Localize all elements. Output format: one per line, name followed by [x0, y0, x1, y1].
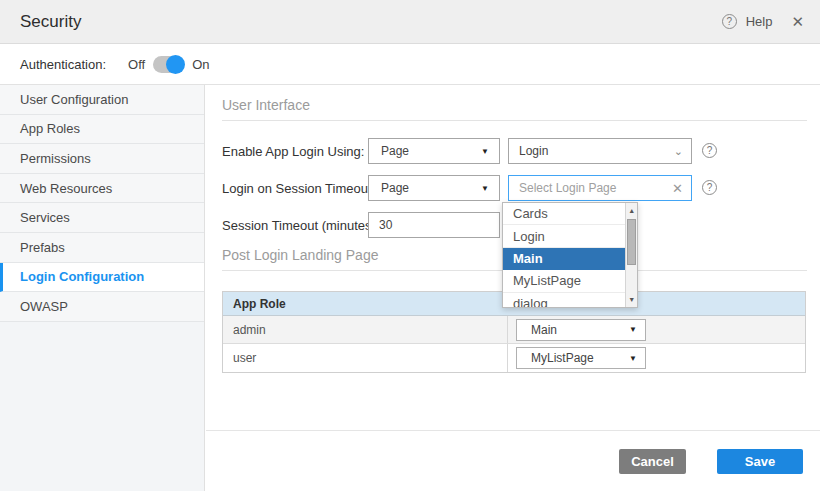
sidebar-item-app-roles[interactable]: App Roles — [0, 115, 204, 145]
toggle-off-label: Off — [128, 57, 145, 72]
help-icon[interactable]: ? — [702, 180, 717, 195]
session-timeout-input[interactable] — [368, 212, 500, 238]
login-page-dropdown: Cards Login Main MyListPage dialog ▲ ▼ — [502, 202, 638, 308]
sidebar-item-permissions[interactable]: Permissions — [0, 144, 204, 174]
dropdown-item-mylistpage[interactable]: MyListPage — [503, 270, 625, 292]
dropdown-item-dialog[interactable]: dialog — [503, 293, 625, 308]
session-timeout-label: Session Timeout (minutes): — [222, 218, 380, 233]
help-icon[interactable]: ? — [702, 143, 717, 158]
caret-down-icon: ▼ — [481, 184, 489, 193]
authentication-toggle[interactable] — [153, 56, 184, 73]
select-value: Main — [531, 323, 557, 337]
scroll-down-icon[interactable]: ▼ — [626, 293, 637, 306]
chevron-down-icon: ⌄ — [674, 145, 683, 158]
sidebar: User Configuration App Roles Permissions… — [0, 85, 205, 491]
section-post-login: Post Login Landing Page — [222, 247, 378, 263]
scrollbar-thumb[interactable] — [627, 219, 636, 265]
enable-app-login-type-select[interactable]: Page ▼ — [368, 138, 500, 164]
app-role-header: App Role — [223, 297, 508, 311]
login-on-timeout-type-select[interactable]: Page ▼ — [368, 175, 500, 201]
page-title: Security — [20, 12, 81, 32]
sidebar-item-prefabs[interactable]: Prefabs — [0, 233, 204, 263]
caret-down-icon: ▼ — [629, 354, 637, 363]
combo-value: Login — [519, 144, 548, 158]
footer-divider — [206, 430, 820, 431]
role-cell: user — [223, 344, 508, 372]
authentication-label: Authentication: — [20, 57, 106, 72]
table-row: user MyListPage ▼ — [223, 344, 805, 372]
titlebar: Security ? Help ✕ — [0, 0, 820, 44]
dropdown-item-main[interactable]: Main — [503, 248, 625, 270]
clear-icon[interactable]: ✕ — [672, 181, 683, 196]
login-page-combo[interactable]: Select Login Page ✕ — [508, 175, 692, 201]
cancel-button[interactable]: Cancel — [619, 449, 686, 474]
close-icon[interactable]: ✕ — [791, 13, 804, 31]
landing-page-select-admin[interactable]: Main ▼ — [516, 319, 646, 341]
dropdown-scrollbar[interactable]: ▲ ▼ — [625, 203, 637, 307]
sidebar-item-login-configuration[interactable]: Login Configuration — [0, 263, 204, 293]
dropdown-item-cards[interactable]: Cards — [503, 203, 625, 225]
scroll-up-icon[interactable]: ▲ — [626, 204, 637, 217]
toggle-on-label: On — [192, 57, 209, 72]
enable-app-login-label: Enable App Login Using: — [222, 144, 364, 159]
enable-app-login-page-combo[interactable]: Login ⌄ — [508, 138, 692, 164]
help-icon[interactable]: ? — [722, 14, 737, 29]
dropdown-item-login[interactable]: Login — [503, 225, 625, 247]
save-button[interactable]: Save — [717, 449, 803, 474]
divider — [222, 120, 807, 121]
sidebar-item-web-resources[interactable]: Web Resources — [0, 174, 204, 204]
select-value: Page — [381, 181, 409, 195]
toggle-knob — [166, 55, 185, 74]
role-cell: admin — [223, 316, 508, 343]
landing-page-select-user[interactable]: MyListPage ▼ — [516, 347, 646, 369]
combo-placeholder: Select Login Page — [519, 181, 616, 195]
caret-down-icon: ▼ — [481, 147, 489, 156]
sidebar-item-owasp[interactable]: OWASP — [0, 292, 204, 322]
authentication-row: Authentication: Off On — [0, 44, 820, 85]
select-value: MyListPage — [531, 351, 594, 365]
table-row: admin Main ▼ — [223, 316, 805, 344]
sidebar-item-user-configuration[interactable]: User Configuration — [0, 85, 204, 115]
sidebar-item-services[interactable]: Services — [0, 203, 204, 233]
select-value: Page — [381, 144, 409, 158]
login-on-timeout-label: Login on Session Timeout: — [222, 181, 375, 196]
section-user-interface: User Interface — [222, 97, 310, 113]
help-link[interactable]: Help — [746, 14, 773, 29]
caret-down-icon: ▼ — [629, 325, 637, 334]
